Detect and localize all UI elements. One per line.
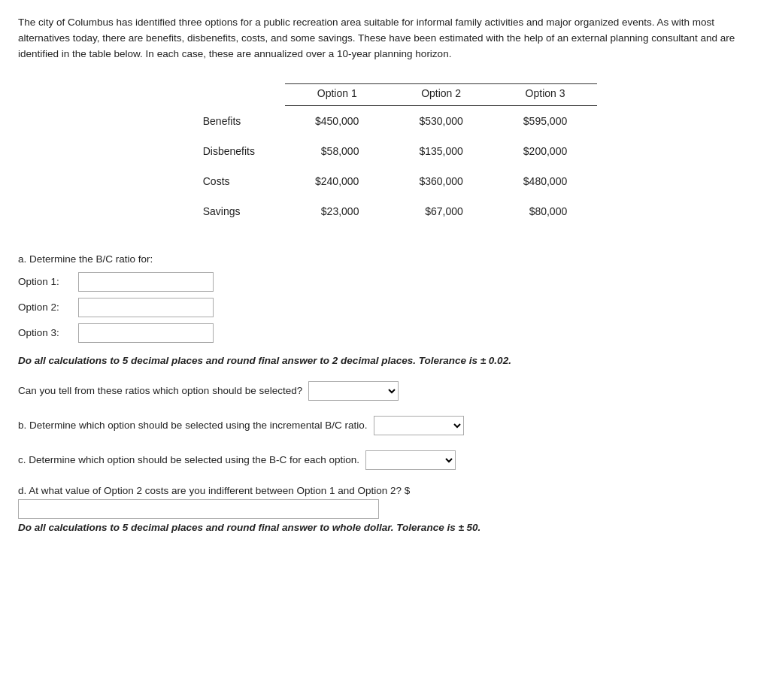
can-tell-dropdown[interactable]: Yes No bbox=[308, 381, 399, 401]
row-label-savings: Savings bbox=[173, 196, 285, 226]
row-label-disbenefits: Disbenefits bbox=[173, 136, 285, 166]
row-label-benefits: Benefits bbox=[173, 105, 285, 136]
section-b-label: b. Determine which option should be sele… bbox=[18, 420, 368, 431]
option3-input-row: Option 3: bbox=[18, 323, 752, 343]
cell-savings-opt3: $80,000 bbox=[493, 196, 597, 226]
section-a-label: a. Determine the B/C ratio for: bbox=[18, 253, 752, 265]
section-d-note: Do all calculations to 5 decimal places … bbox=[18, 522, 752, 533]
col-header-option2: Option 2 bbox=[389, 83, 493, 105]
cell-savings-opt1: $23,000 bbox=[285, 196, 389, 226]
option1-input-row: Option 1: bbox=[18, 272, 752, 292]
cell-disbenefits-opt1: $58,000 bbox=[285, 136, 389, 166]
option2-label: Option 2: bbox=[18, 302, 78, 313]
cell-costs-opt1: $240,000 bbox=[285, 166, 389, 196]
options-table: Option 1 Option 2 Option 3 Benefits $450… bbox=[173, 83, 597, 226]
can-tell-question: Can you tell from these ratios which opt… bbox=[18, 385, 302, 396]
section-c: c. Determine which option should be sele… bbox=[18, 450, 752, 470]
intro-paragraph: The city of Columbus has identified thre… bbox=[18, 15, 752, 62]
option1-label: Option 1: bbox=[18, 276, 78, 287]
cell-costs-opt2: $360,000 bbox=[389, 166, 493, 196]
option2-input-row: Option 2: bbox=[18, 298, 752, 317]
cell-benefits-opt3: $595,000 bbox=[493, 105, 597, 136]
row-label-costs: Costs bbox=[173, 166, 285, 196]
table-row: Disbenefits $58,000 $135,000 $200,000 bbox=[173, 136, 597, 166]
col-header-option1: Option 1 bbox=[285, 83, 389, 105]
col-header-option3: Option 3 bbox=[493, 83, 597, 105]
table-row: Costs $240,000 $360,000 $480,000 bbox=[173, 166, 597, 196]
can-tell-row: Can you tell from these ratios which opt… bbox=[18, 381, 752, 401]
section-c-dropdown[interactable]: Option 1 Option 2 Option 3 bbox=[365, 450, 456, 470]
option1-input[interactable] bbox=[78, 272, 214, 292]
section-a-note: Do all calculations to 5 decimal places … bbox=[18, 355, 752, 366]
section-d: d. At what value of Option 2 costs are y… bbox=[18, 485, 752, 533]
section-b: b. Determine which option should be sele… bbox=[18, 416, 752, 435]
option3-input[interactable] bbox=[78, 323, 214, 343]
section-a: a. Determine the B/C ratio for: Option 1… bbox=[18, 253, 752, 343]
table-row: Savings $23,000 $67,000 $80,000 bbox=[173, 196, 597, 226]
cell-savings-opt2: $67,000 bbox=[389, 196, 493, 226]
data-table-wrapper: Option 1 Option 2 Option 3 Benefits $450… bbox=[18, 83, 752, 226]
section-d-input[interactable] bbox=[18, 499, 379, 519]
cell-costs-opt3: $480,000 bbox=[493, 166, 597, 196]
section-c-label: c. Determine which option should be sele… bbox=[18, 454, 359, 465]
section-d-label: d. At what value of Option 2 costs are y… bbox=[18, 485, 410, 496]
option2-input[interactable] bbox=[78, 298, 214, 317]
cell-disbenefits-opt3: $200,000 bbox=[493, 136, 597, 166]
section-d-inline: d. At what value of Option 2 costs are y… bbox=[18, 485, 752, 519]
cell-disbenefits-opt2: $135,000 bbox=[389, 136, 493, 166]
cell-benefits-opt1: $450,000 bbox=[285, 105, 389, 136]
table-row: Benefits $450,000 $530,000 $595,000 bbox=[173, 105, 597, 136]
option3-label: Option 3: bbox=[18, 327, 78, 338]
col-header-empty bbox=[173, 83, 285, 105]
section-b-dropdown[interactable]: Option 1 Option 2 Option 3 bbox=[374, 416, 464, 435]
cell-benefits-opt2: $530,000 bbox=[389, 105, 493, 136]
